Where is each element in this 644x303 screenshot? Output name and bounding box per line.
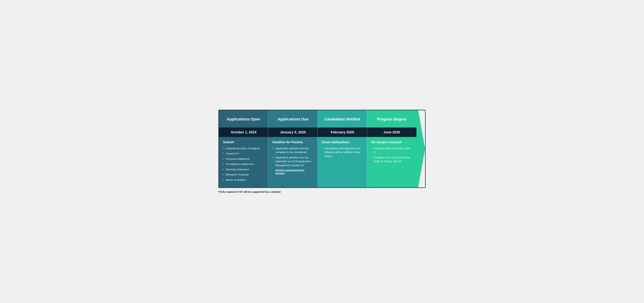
col4-body: On campus research Program begins Monday… bbox=[367, 137, 416, 187]
col1-header: Applications Open bbox=[227, 117, 260, 122]
list-item: Application packets must be submitted vi… bbox=[272, 156, 314, 167]
list-item: Application packets must be complete to … bbox=[272, 146, 314, 154]
col2-item-text: Application packets must be submitted vi… bbox=[275, 156, 311, 167]
col2-date-section: January 5, 2025 bbox=[268, 127, 318, 137]
timeline: Applications Open October 1, 2024 Submit… bbox=[218, 110, 426, 188]
col4-section-title: On campus research bbox=[371, 140, 412, 144]
column-applications-due: Applications Due January 5, 2025 Deadlin… bbox=[268, 110, 318, 187]
col4-date-section: June 2025 bbox=[367, 127, 416, 137]
column-candidates-notified: Candidates Notified February 2025 Email … bbox=[318, 110, 367, 187]
col3-date: February 2025 bbox=[331, 130, 354, 134]
list-item: Research Proposal bbox=[223, 173, 264, 177]
col2-section-title: Deadline for Packets bbox=[272, 140, 314, 144]
col1-section-title: Submit: bbox=[223, 140, 264, 144]
col3-section-title: Email notifications bbox=[322, 140, 363, 144]
col2-body: Deadline for Packets Application packets… bbox=[268, 137, 318, 187]
col2-header-section: Applications Due bbox=[268, 110, 318, 127]
col1-date: October 1, 2024 bbox=[231, 130, 256, 134]
col1-list: Institutional Letter of Support Current … bbox=[223, 146, 264, 182]
col3-date-section: February 2025 bbox=[318, 127, 367, 137]
col2-date: January 5, 2025 bbox=[280, 130, 306, 134]
col2-header: Applications Due bbox=[278, 117, 308, 122]
col2-list: Application packets must be complete to … bbox=[272, 146, 314, 167]
column-program-begins: Program Begins June 2025 On campus resea… bbox=[367, 110, 425, 187]
col3-header-section: Candidates Notified bbox=[318, 110, 367, 127]
col4-date: June 2025 bbox=[384, 130, 400, 134]
list-item: Program begins Monday, June 2 bbox=[371, 146, 412, 154]
col3-header: Candidates Notified bbox=[324, 117, 360, 122]
col1-date-section: October 1, 2024 bbox=[219, 127, 268, 137]
col4-header-section: Program Begins bbox=[367, 110, 416, 127]
footnote: *Only required if VF will be supported b… bbox=[218, 190, 426, 193]
col4-header: Program Begins bbox=[377, 117, 406, 122]
ccr-careers-link[interactable]: service.cancer.gov/ccr-careers bbox=[275, 169, 305, 175]
list-item: Program runs for 8 weeks and ends on Fri… bbox=[371, 156, 412, 163]
list-item: Diversity Statement bbox=[223, 168, 264, 171]
list-item: Personal Statement bbox=[223, 157, 264, 161]
list-item: Name of student* bbox=[223, 178, 264, 182]
list-item: VF Applicant Statement bbox=[223, 162, 264, 166]
list-item: Current CV bbox=[223, 152, 264, 155]
col1-body: Submit: Institutional Letter of Support … bbox=[219, 137, 268, 187]
col3-body: Email notifications Candidates who appli… bbox=[318, 137, 367, 187]
list-item: Institutional Letter of Support bbox=[223, 146, 264, 150]
timeline-container: Applications Open October 1, 2024 Submit… bbox=[218, 110, 426, 193]
col1-header-section: Applications Open bbox=[219, 110, 268, 127]
column-applications-open: Applications Open October 1, 2024 Submit… bbox=[219, 110, 268, 187]
list-item: Candidates who applied to the initiative… bbox=[322, 146, 363, 158]
col3-list: Candidates who applied to the initiative… bbox=[322, 146, 363, 158]
col4-list: Program begins Monday, June 2 Program ru… bbox=[371, 146, 412, 163]
